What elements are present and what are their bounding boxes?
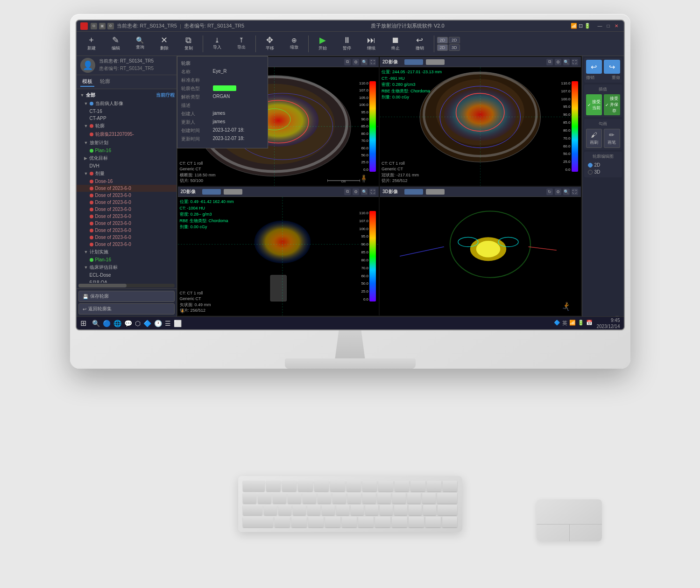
zoom-button[interactable]: ⊕ 缩放 (283, 34, 305, 54)
view-2d-1[interactable]: 2D (437, 37, 448, 43)
tree-planexec-section[interactable]: ▼ 计划实施 (77, 248, 177, 256)
titlebar-icon-group: ⧉ ▣ ⚙ (91, 23, 114, 29)
template-icon[interactable]: ▣ (99, 23, 106, 29)
tree-dose-2023-9[interactable]: Dose of 2023-6-0 (77, 241, 177, 248)
app-taskbar-icon[interactable]: 🔷 (143, 320, 151, 327)
panel-sagittal-expand-btn[interactable]: ⛶ (369, 189, 376, 195)
view-2d-3[interactable]: 2D (437, 44, 448, 51)
view-3d[interactable]: 3D (449, 44, 460, 51)
export-button[interactable]: ⤒ 导出 (230, 34, 253, 54)
key-f3 (298, 481, 312, 491)
brush-button[interactable]: 🖌 画刷 (586, 129, 602, 148)
edit-button[interactable]: ✎ 编辑 (105, 34, 127, 54)
chrome-taskbar-icon[interactable]: 🔵 (103, 320, 111, 327)
grid-taskbar-icon[interactable]: ⬜ (174, 320, 182, 327)
tree-dose-16[interactable]: Dose-16 (77, 178, 177, 185)
panel-3d-content[interactable]: 🏃 (380, 197, 581, 315)
tree-exec-plan16[interactable]: Plan-16 (77, 256, 177, 263)
panel-coronal-zoom-btn[interactable]: 🔍 (563, 59, 570, 65)
touchpad-left-btn[interactable] (537, 525, 570, 541)
tree-qa-june[interactable]: 6月8 QA (77, 279, 177, 283)
tree-dose-section[interactable]: ▼ 剂量 (77, 169, 177, 178)
copy-icon[interactable]: ⧉ (91, 23, 97, 29)
new-button[interactable]: + 新建 (80, 34, 103, 54)
copy-button[interactable]: ⧉ 复制 (177, 34, 200, 54)
tab-contour[interactable]: 轮廓 (98, 77, 112, 87)
undo-button[interactable]: ↩ (586, 60, 602, 74)
back-contour-set-button[interactable]: ↩ 返回轮廓集 (78, 303, 175, 315)
tree-section-all[interactable]: ▼ 全部 当前疗程 (77, 91, 177, 99)
tree-dose-2023-3[interactable]: Dose of 2023-6-0 (77, 199, 177, 206)
panel-sagittal-layout-btn[interactable]: ⧉ (344, 189, 351, 195)
redo-button[interactable]: ↪ (604, 60, 620, 74)
panel-3d-rotate-btn[interactable]: ↻ (546, 189, 553, 195)
import-button[interactable]: ⤓ 导入 (206, 34, 228, 54)
minimize-button[interactable]: — (596, 23, 603, 29)
panel-3d-zoom-btn[interactable]: 🔍 (563, 189, 570, 195)
panel-axial-layout-btn[interactable]: ⧉ (344, 59, 351, 65)
touchpad-right-btn[interactable] (570, 525, 602, 541)
touchpad[interactable] (537, 499, 602, 541)
tree-dose-2023-5[interactable]: Dose of 2023-6-0 (77, 213, 177, 220)
tree-ct-app[interactable]: CT-APP (77, 115, 177, 122)
tree-plan-section[interactable]: ▼ 放射计划 (77, 139, 177, 147)
tree-current-patient[interactable]: ▼ 当前病人影像 (77, 99, 177, 108)
current-treatment-link[interactable]: 当前疗程 (156, 92, 175, 98)
tree-dvh[interactable]: DVH (77, 162, 177, 169)
axial-bottom-info: CT: CT 1 roll Generic CT 横断面: 118.50 mm … (180, 161, 216, 184)
tree-ecl-dose[interactable]: ECL-Dose (77, 272, 177, 279)
start-button-taskbar[interactable]: ⊞ (80, 319, 86, 328)
maximize-button[interactable]: □ (605, 23, 611, 29)
query-button[interactable]: 🔍 查询 (129, 34, 151, 54)
tree-dose-2023-7[interactable]: Dose of 2023-6-0 (77, 227, 177, 234)
tree-dose-2023-4[interactable]: Dose of 2023-6-0 (77, 206, 177, 213)
tree-ct16[interactable]: CT-16 (77, 108, 177, 115)
settings-icon[interactable]: ⚙ (107, 23, 114, 29)
delete-button[interactable]: ✕ 删除 (153, 34, 176, 54)
radio-2d[interactable] (588, 163, 593, 168)
save-contour-button[interactable]: 💾 保存轮廓 (78, 291, 175, 302)
vscode-taskbar-icon[interactable]: ⬡ (135, 320, 141, 327)
radio-3d[interactable] (588, 170, 593, 175)
panel-3d-expand-btn[interactable]: ⛶ (572, 189, 578, 195)
panel-3d-settings-btn[interactable]: ⚙ (555, 189, 561, 195)
start-button[interactable]: ▶ 开始 (311, 34, 334, 54)
search-taskbar-icon[interactable]: 🔍 (92, 320, 100, 327)
clock-taskbar-icon[interactable]: 🕐 (154, 320, 162, 327)
tree-dose-2023-2[interactable]: Dose of 2023-6-0 (77, 192, 177, 199)
panel-coronal-layout-btn[interactable]: ⧉ (546, 59, 553, 65)
tree-optgoal-section[interactable]: ▶ 优化目标 (77, 154, 177, 162)
tree-contour-set[interactable]: 轮廓集231207095- (77, 130, 177, 139)
tab-template[interactable]: 模板 (80, 77, 94, 87)
tree-contour-section[interactable]: ▼ 轮廓 (77, 122, 177, 130)
close-button[interactable]: ✕ (613, 23, 620, 29)
panel-axial-expand-btn[interactable]: ⛶ (369, 59, 376, 65)
panel-sagittal-settings-btn[interactable]: ⚙ (353, 189, 359, 195)
tree-dose-2023-1[interactable]: Dose of 2023-6-0 (77, 185, 177, 192)
tree-dose-2023-6[interactable]: Dose of 2023-6-0 (77, 220, 177, 227)
pan-button[interactable]: ✥ 平移 (259, 34, 281, 54)
edge-taskbar-icon[interactable]: 🌐 (113, 320, 121, 327)
resume-button[interactable]: ⏭ 继续 (360, 34, 382, 54)
panel-axial-zoom-btn[interactable]: 🔍 (361, 59, 368, 65)
panel-sagittal-zoom-btn[interactable]: 🔍 (361, 189, 368, 195)
tree-dose-2023-8[interactable]: Dose of 2023-6-0 (77, 234, 177, 241)
accept-save-button[interactable]: ✓ 接受并保存 (604, 94, 620, 115)
key-l (409, 517, 424, 527)
tree-plan-16[interactable]: Plan-16 (77, 147, 177, 154)
panel-coronal-settings-btn[interactable]: ⚙ (555, 59, 561, 65)
scrollbar-horizontal[interactable] (78, 284, 175, 287)
term-taskbar-icon[interactable]: ☰ (165, 320, 171, 327)
panel-sagittal-content[interactable]: 位置: 0.49 -61.42 162.40 mm CT: -1004 HU 密… (178, 197, 379, 315)
panel-coronal-content[interactable]: 位置: 244.05 -217.01 -23.13 mm CT: -991 HU… (380, 67, 581, 186)
panel-axial-settings-btn[interactable]: ⚙ (353, 59, 359, 65)
stop-button[interactable]: ⏹ 终止 (384, 34, 407, 54)
view-2d-2[interactable]: 2D (449, 37, 460, 43)
wechat-taskbar-icon[interactable]: 💬 (124, 320, 132, 327)
panel-coronal-expand-btn[interactable]: ⛶ (572, 59, 578, 65)
pen-button[interactable]: ✏ 画笔 (604, 129, 620, 148)
accept-current-button[interactable]: ✓ 接受当前 (586, 94, 602, 115)
undo-toolbar-button[interactable]: ↩ 撤销 (409, 34, 431, 54)
pause-button[interactable]: ⏸ 暂停 (336, 34, 358, 54)
tree-clinical-section[interactable]: ▼ 临床评估目标 (77, 263, 177, 272)
